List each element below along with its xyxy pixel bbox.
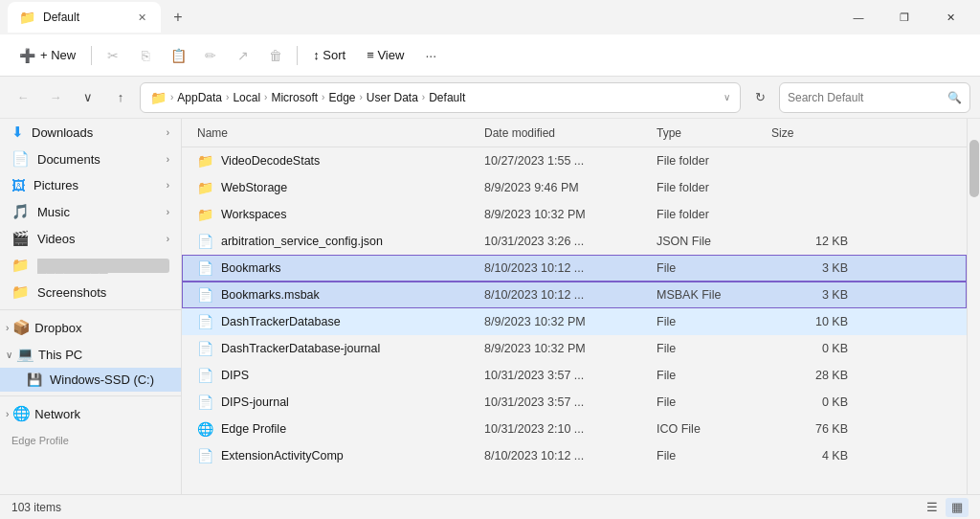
file-type: ICO File <box>657 422 771 436</box>
col-size-header[interactable]: Size <box>771 126 848 140</box>
detail-view-button[interactable]: ▦ <box>946 498 969 517</box>
expand-arrow-icon: › <box>167 127 169 138</box>
table-row[interactable]: 📄 DashTrackerDatabase-journal 8/9/2023 1… <box>182 335 967 362</box>
active-tab[interactable]: 📁 Default ✕ <box>8 2 161 33</box>
sidebar-item-label: Documents <box>37 152 159 167</box>
expand-arrow-icon: › <box>167 234 169 244</box>
cut-button[interactable]: ✂ <box>98 40 128 71</box>
breadcrumb-edge[interactable]: Edge <box>328 91 355 104</box>
sidebar-item-videos[interactable]: 🎬 Videos › <box>0 225 181 252</box>
sidebar-item-music[interactable]: 🎵 Music › <box>0 198 181 225</box>
sidebar-item-redacted[interactable]: 📁 ████████ <box>0 252 181 279</box>
breadcrumb-userdata[interactable]: User Data <box>367 91 418 104</box>
up-button[interactable]: ↑ <box>107 84 134 111</box>
view-button[interactable]: ≡ View <box>357 43 413 67</box>
table-row[interactable]: 📄 DashTrackerDatabase 8/9/2023 10:32 PM … <box>182 308 967 335</box>
minimize-button[interactable]: — <box>836 2 880 33</box>
breadcrumb-default[interactable]: Default <box>429 91 465 104</box>
col-name-header[interactable]: Name <box>197 126 484 140</box>
share-icon: ↗ <box>237 48 249 63</box>
breadcrumb-local[interactable]: Local <box>233 91 260 104</box>
breadcrumb-microsoft[interactable]: Microsoft <box>271 91 318 104</box>
file-size: 3 KB <box>771 288 848 302</box>
file-name-text: arbitration_service_config.json <box>221 235 383 248</box>
dropbox-icon: 📦 <box>12 319 31 336</box>
sidebar-item-downloads[interactable]: ⬇ Downloads › <box>0 119 181 146</box>
close-button[interactable]: ✕ <box>928 2 972 33</box>
sidebar-divider-2 <box>0 395 181 396</box>
scrollbar[interactable] <box>967 119 980 494</box>
forward-button[interactable]: → <box>42 84 69 111</box>
chevron-down-icon: ∨ <box>6 350 12 360</box>
breadcrumb-appdata[interactable]: AppData <box>177 91 222 104</box>
search-box[interactable]: 🔍 <box>779 82 970 113</box>
network-icon: 🌐 <box>12 405 31 422</box>
sidebar-thispc-section[interactable]: ∨ 💻 This PC <box>0 341 181 368</box>
cut-icon: ✂ <box>107 48 119 63</box>
col-type-header[interactable]: Type <box>657 126 771 140</box>
back-button[interactable]: ← <box>10 84 36 111</box>
table-row[interactable]: 📄 DIPS 10/31/2023 3:57 ... File 28 KB <box>182 362 967 389</box>
sidebar-dropbox-section[interactable]: › 📦 Dropbox <box>0 314 181 341</box>
dropdown-button[interactable]: ∨ <box>75 84 101 111</box>
file-date: 8/10/2023 10:12 ... <box>484 261 657 275</box>
file-name-text: WebStorage <box>221 181 287 194</box>
view-label: ≡ View <box>367 48 404 62</box>
file-type: File <box>657 261 771 275</box>
file-type: File folder <box>657 181 771 194</box>
file-date: 10/31/2023 3:57 ... <box>484 395 657 409</box>
table-row[interactable]: 📄 DIPS-journal 10/31/2023 3:57 ... File … <box>182 389 967 416</box>
file-type: File <box>657 315 771 328</box>
folder-icon: 📁 <box>197 153 213 169</box>
tab-close-button[interactable]: ✕ <box>134 10 149 25</box>
this-pc-label: This PC <box>38 348 82 362</box>
scroll-thumb[interactable] <box>969 140 979 197</box>
rename-button[interactable]: ✏ <box>195 40 226 71</box>
network-label: Network <box>34 407 80 421</box>
table-row[interactable]: 📄 Bookmarks 8/10/2023 10:12 ... File 3 K… <box>182 255 967 282</box>
breadcrumb-dropdown-icon[interactable]: ∨ <box>724 92 730 102</box>
table-row[interactable]: 📄 Bookmarks.msbak 8/10/2023 10:12 ... MS… <box>182 282 967 308</box>
table-row[interactable]: 📁 WebStorage 8/9/2023 9:46 PM File folde… <box>182 174 967 201</box>
file-date: 8/9/2023 10:32 PM <box>484 315 657 328</box>
table-row[interactable]: 📄 arbitration_service_config.json 10/31/… <box>182 228 967 255</box>
file-icon: 📄 <box>197 287 213 303</box>
new-tab-button[interactable]: + <box>165 4 191 31</box>
sidebar-item-pictures[interactable]: 🖼 Pictures › <box>0 172 181 198</box>
sidebar-item-documents[interactable]: 📄 Documents › <box>0 146 181 172</box>
copy-button[interactable]: ⎘ <box>130 40 161 71</box>
sidebar-item-screenshots[interactable]: 📁 Screenshots <box>0 279 181 305</box>
tab-title: Default <box>43 11 79 24</box>
file-list: 📁 VideoDecodeStats 10/27/2023 1:55 ... F… <box>182 147 967 494</box>
table-row[interactable]: 📄 ExtensionActivityComp 8/10/2023 10:12 … <box>182 442 967 469</box>
sidebar-network-section[interactable]: › 🌐 Network <box>0 400 181 427</box>
search-input[interactable] <box>788 91 942 104</box>
file-type: File <box>657 369 771 382</box>
file-date: 8/9/2023 10:32 PM <box>484 342 657 355</box>
file-size: 0 KB <box>771 342 848 355</box>
paste-button[interactable]: 📋 <box>163 40 193 71</box>
col-date-header[interactable]: Date modified <box>484 126 657 140</box>
more-options-button[interactable]: ··· <box>415 40 446 71</box>
sidebar-item-label: Screenshots <box>37 285 169 300</box>
sidebar-item-label: Downloads <box>32 125 159 140</box>
maximize-button[interactable]: ❐ <box>882 2 926 33</box>
sidebar-item-label: Videos <box>37 232 159 246</box>
sort-button[interactable]: ↕ Sort <box>303 43 355 67</box>
expand-arrow-icon: › <box>167 154 169 165</box>
new-button[interactable]: ➕ + New <box>10 43 85 68</box>
tab-area: 📁 Default ✕ + <box>8 2 836 33</box>
delete-button[interactable]: 🗑 <box>260 40 291 71</box>
refresh-button[interactable]: ↻ <box>746 84 773 111</box>
table-row[interactable]: 📁 VideoDecodeStats 10/27/2023 1:55 ... F… <box>182 147 967 174</box>
drive-icon: 💾 <box>27 372 42 387</box>
sidebar-item-windows-ssd[interactable]: 💾 Windows-SSD (C:) <box>0 368 181 392</box>
table-row[interactable]: 🌐 Edge Profile 10/31/2023 2:10 ... ICO F… <box>182 416 967 442</box>
table-row[interactable]: 📁 Workspaces 8/9/2023 10:32 PM File fold… <box>182 201 967 228</box>
list-view-button[interactable]: ☰ <box>921 498 944 517</box>
copy-icon: ⎘ <box>142 48 149 63</box>
pictures-icon: 🖼 <box>11 177 26 193</box>
share-button[interactable]: ↗ <box>228 40 258 71</box>
breadcrumb[interactable]: 📁 › AppData › Local › Microsoft › Edge ›… <box>140 82 741 113</box>
new-label: + New <box>40 48 76 62</box>
